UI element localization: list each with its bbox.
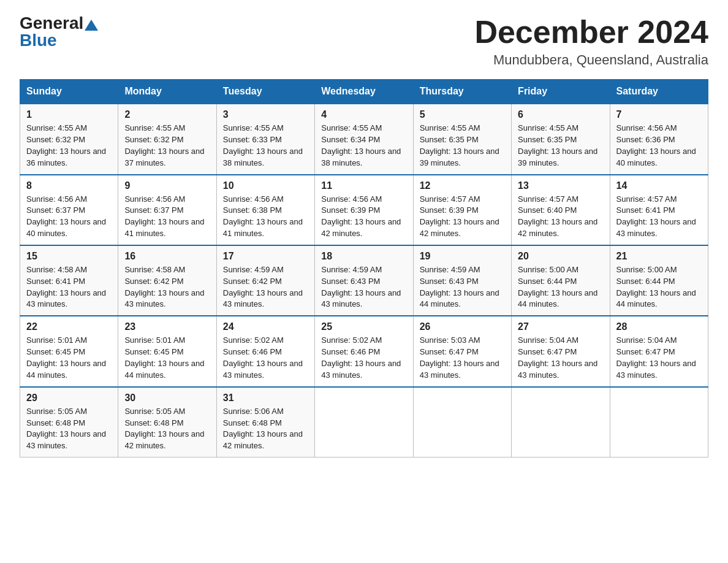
day-cell: 31Sunrise: 5:06 AMSunset: 6:48 PMDayligh… bbox=[216, 387, 314, 458]
col-header-wednesday: Wednesday bbox=[315, 80, 413, 104]
day-number: 21 bbox=[616, 251, 702, 262]
day-cell: 13Sunrise: 4:57 AMSunset: 6:40 PMDayligh… bbox=[512, 175, 610, 245]
day-info: Sunrise: 5:05 AMSunset: 6:48 PMDaylight:… bbox=[26, 406, 112, 452]
day-cell: 5Sunrise: 4:55 AMSunset: 6:35 PMDaylight… bbox=[413, 104, 511, 174]
day-info: Sunrise: 4:59 AMSunset: 6:43 PMDaylight:… bbox=[420, 264, 505, 310]
day-number: 22 bbox=[26, 321, 112, 332]
day-number: 7 bbox=[616, 109, 702, 120]
day-cell: 18Sunrise: 4:59 AMSunset: 6:43 PMDayligh… bbox=[315, 245, 413, 316]
day-cell: 7Sunrise: 4:56 AMSunset: 6:36 PMDaylight… bbox=[610, 104, 708, 174]
day-cell: 17Sunrise: 4:59 AMSunset: 6:42 PMDayligh… bbox=[216, 245, 314, 316]
day-cell: 2Sunrise: 4:55 AMSunset: 6:32 PMDaylight… bbox=[118, 104, 216, 174]
calendar-header-row: SundayMondayTuesdayWednesdayThursdayFrid… bbox=[20, 80, 708, 104]
day-number: 3 bbox=[223, 109, 308, 120]
week-row-3: 15Sunrise: 4:58 AMSunset: 6:41 PMDayligh… bbox=[20, 245, 708, 316]
day-info: Sunrise: 4:55 AMSunset: 6:32 PMDaylight:… bbox=[26, 123, 112, 169]
day-info: Sunrise: 4:55 AMSunset: 6:32 PMDaylight:… bbox=[124, 123, 210, 169]
day-info: Sunrise: 5:02 AMSunset: 6:46 PMDaylight:… bbox=[223, 335, 308, 381]
week-row-5: 29Sunrise: 5:05 AMSunset: 6:48 PMDayligh… bbox=[20, 387, 708, 458]
day-cell bbox=[610, 387, 708, 458]
day-number: 14 bbox=[616, 180, 702, 191]
day-info: Sunrise: 4:56 AMSunset: 6:38 PMDaylight:… bbox=[223, 194, 308, 240]
day-cell: 25Sunrise: 5:02 AMSunset: 6:46 PMDayligh… bbox=[315, 316, 413, 386]
day-info: Sunrise: 4:55 AMSunset: 6:33 PMDaylight:… bbox=[223, 123, 308, 169]
day-info: Sunrise: 5:04 AMSunset: 6:47 PMDaylight:… bbox=[616, 335, 702, 381]
day-number: 16 bbox=[124, 251, 210, 262]
day-number: 4 bbox=[321, 109, 406, 120]
col-header-monday: Monday bbox=[118, 80, 216, 104]
day-cell: 15Sunrise: 4:58 AMSunset: 6:41 PMDayligh… bbox=[20, 245, 118, 316]
day-cell: 19Sunrise: 4:59 AMSunset: 6:43 PMDayligh… bbox=[413, 245, 511, 316]
day-info: Sunrise: 4:59 AMSunset: 6:43 PMDaylight:… bbox=[321, 264, 406, 310]
col-header-thursday: Thursday bbox=[413, 80, 511, 104]
day-info: Sunrise: 4:57 AMSunset: 6:41 PMDaylight:… bbox=[616, 194, 702, 240]
day-cell: 20Sunrise: 5:00 AMSunset: 6:44 PMDayligh… bbox=[512, 245, 610, 316]
day-info: Sunrise: 5:05 AMSunset: 6:48 PMDaylight:… bbox=[124, 406, 210, 452]
day-info: Sunrise: 4:56 AMSunset: 6:37 PMDaylight:… bbox=[26, 194, 112, 240]
day-cell: 22Sunrise: 5:01 AMSunset: 6:45 PMDayligh… bbox=[20, 316, 118, 386]
day-number: 5 bbox=[420, 109, 505, 120]
day-cell: 8Sunrise: 4:56 AMSunset: 6:37 PMDaylight… bbox=[20, 175, 118, 245]
day-number: 23 bbox=[124, 321, 210, 332]
day-info: Sunrise: 4:59 AMSunset: 6:42 PMDaylight:… bbox=[223, 264, 308, 310]
day-number: 8 bbox=[26, 180, 112, 191]
col-header-sunday: Sunday bbox=[20, 80, 118, 104]
col-header-tuesday: Tuesday bbox=[216, 80, 314, 104]
day-info: Sunrise: 4:56 AMSunset: 6:36 PMDaylight:… bbox=[616, 123, 702, 169]
day-number: 13 bbox=[518, 180, 603, 191]
calendar-table: SundayMondayTuesdayWednesdayThursdayFrid… bbox=[20, 79, 708, 458]
day-cell: 21Sunrise: 5:00 AMSunset: 6:44 PMDayligh… bbox=[610, 245, 708, 316]
day-cell: 6Sunrise: 4:55 AMSunset: 6:35 PMDaylight… bbox=[512, 104, 610, 174]
day-info: Sunrise: 5:02 AMSunset: 6:46 PMDaylight:… bbox=[321, 335, 406, 381]
day-number: 20 bbox=[518, 251, 603, 262]
logo-blue-text: Blue bbox=[20, 32, 57, 49]
day-info: Sunrise: 5:01 AMSunset: 6:45 PMDaylight:… bbox=[26, 335, 112, 381]
day-cell bbox=[512, 387, 610, 458]
month-title: December 2024 bbox=[474, 15, 708, 50]
day-number: 30 bbox=[124, 393, 210, 404]
day-number: 27 bbox=[518, 321, 603, 332]
day-cell: 29Sunrise: 5:05 AMSunset: 6:48 PMDayligh… bbox=[20, 387, 118, 458]
week-row-2: 8Sunrise: 4:56 AMSunset: 6:37 PMDaylight… bbox=[20, 175, 708, 245]
col-header-friday: Friday bbox=[512, 80, 610, 104]
day-number: 17 bbox=[223, 251, 308, 262]
day-info: Sunrise: 4:57 AMSunset: 6:40 PMDaylight:… bbox=[518, 194, 603, 240]
day-cell: 1Sunrise: 4:55 AMSunset: 6:32 PMDaylight… bbox=[20, 104, 118, 174]
day-info: Sunrise: 4:55 AMSunset: 6:35 PMDaylight:… bbox=[420, 123, 505, 169]
day-cell: 23Sunrise: 5:01 AMSunset: 6:45 PMDayligh… bbox=[118, 316, 216, 386]
day-cell: 11Sunrise: 4:56 AMSunset: 6:39 PMDayligh… bbox=[315, 175, 413, 245]
day-cell: 9Sunrise: 4:56 AMSunset: 6:37 PMDaylight… bbox=[118, 175, 216, 245]
day-info: Sunrise: 4:57 AMSunset: 6:39 PMDaylight:… bbox=[420, 194, 505, 240]
day-info: Sunrise: 5:00 AMSunset: 6:44 PMDaylight:… bbox=[616, 264, 702, 310]
day-number: 2 bbox=[124, 109, 210, 120]
day-info: Sunrise: 4:56 AMSunset: 6:39 PMDaylight:… bbox=[321, 194, 406, 240]
day-number: 12 bbox=[420, 180, 505, 191]
day-number: 9 bbox=[124, 180, 210, 191]
day-number: 29 bbox=[26, 393, 112, 404]
day-cell: 4Sunrise: 4:55 AMSunset: 6:34 PMDaylight… bbox=[315, 104, 413, 174]
day-number: 25 bbox=[321, 321, 406, 332]
day-cell: 12Sunrise: 4:57 AMSunset: 6:39 PMDayligh… bbox=[413, 175, 511, 245]
day-number: 1 bbox=[26, 109, 112, 120]
day-cell: 28Sunrise: 5:04 AMSunset: 6:47 PMDayligh… bbox=[610, 316, 708, 386]
day-info: Sunrise: 4:55 AMSunset: 6:35 PMDaylight:… bbox=[518, 123, 603, 169]
day-number: 31 bbox=[223, 393, 308, 404]
day-info: Sunrise: 5:00 AMSunset: 6:44 PMDaylight:… bbox=[518, 264, 603, 310]
day-cell: 27Sunrise: 5:04 AMSunset: 6:47 PMDayligh… bbox=[512, 316, 610, 386]
week-row-1: 1Sunrise: 4:55 AMSunset: 6:32 PMDaylight… bbox=[20, 104, 708, 174]
day-number: 26 bbox=[420, 321, 505, 332]
day-info: Sunrise: 4:58 AMSunset: 6:42 PMDaylight:… bbox=[124, 264, 210, 310]
col-header-saturday: Saturday bbox=[610, 80, 708, 104]
title-block: December 2024 Mundubbera, Queensland, Au… bbox=[474, 15, 708, 68]
day-info: Sunrise: 4:56 AMSunset: 6:37 PMDaylight:… bbox=[124, 194, 210, 240]
day-cell: 30Sunrise: 5:05 AMSunset: 6:48 PMDayligh… bbox=[118, 387, 216, 458]
logo-general-text: General bbox=[20, 15, 83, 32]
day-cell: 26Sunrise: 5:03 AMSunset: 6:47 PMDayligh… bbox=[413, 316, 511, 386]
day-number: 18 bbox=[321, 251, 406, 262]
day-info: Sunrise: 5:04 AMSunset: 6:47 PMDaylight:… bbox=[518, 335, 603, 381]
day-cell bbox=[413, 387, 511, 458]
day-number: 15 bbox=[26, 251, 112, 262]
logo-triangle-icon bbox=[85, 17, 98, 31]
day-number: 24 bbox=[223, 321, 308, 332]
day-number: 19 bbox=[420, 251, 505, 262]
